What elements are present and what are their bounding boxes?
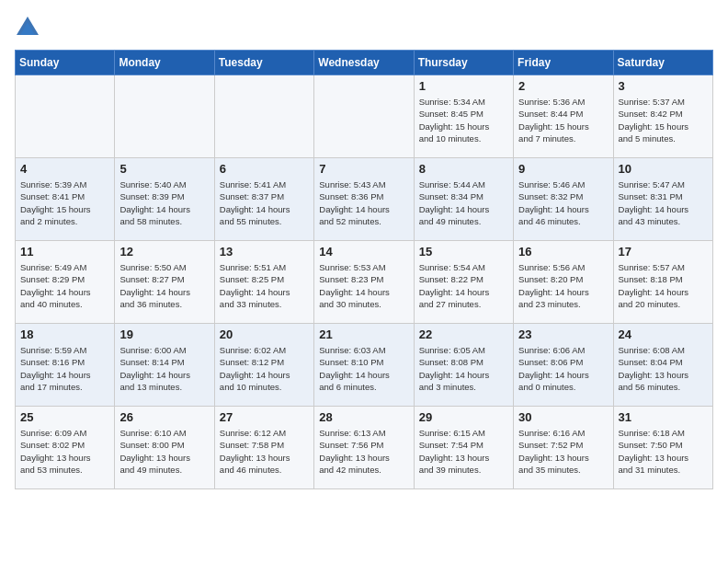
calendar-cell: 17Sunrise: 5:57 AM Sunset: 8:18 PM Dayli… <box>613 241 712 324</box>
day-number: 14 <box>319 245 408 259</box>
day-number: 24 <box>619 327 708 341</box>
calendar-cell: 15Sunrise: 5:54 AM Sunset: 8:22 PM Dayli… <box>414 241 513 324</box>
calendar-cell: 29Sunrise: 6:15 AM Sunset: 7:54 PM Dayli… <box>414 407 513 489</box>
day-info: Sunrise: 6:02 AM Sunset: 8:12 PM Dayligh… <box>220 344 309 393</box>
calendar-cell: 3Sunrise: 5:37 AM Sunset: 8:42 PM Daylig… <box>613 75 712 158</box>
day-info: Sunrise: 5:36 AM Sunset: 8:44 PM Dayligh… <box>518 96 608 144</box>
day-info: Sunrise: 6:05 AM Sunset: 8:08 PM Dayligh… <box>419 344 508 393</box>
day-info: Sunrise: 5:34 AM Sunset: 8:45 PM Dayligh… <box>419 96 508 144</box>
calendar-week-row: 18Sunrise: 5:59 AM Sunset: 8:16 PM Dayli… <box>16 324 713 407</box>
day-info: Sunrise: 6:03 AM Sunset: 8:10 PM Dayligh… <box>319 344 408 393</box>
day-info: Sunrise: 6:18 AM Sunset: 7:50 PM Dayligh… <box>619 427 708 476</box>
calendar-cell: 8Sunrise: 5:44 AM Sunset: 8:34 PM Daylig… <box>414 158 513 241</box>
day-number: 5 <box>119 162 209 176</box>
calendar-cell: 25Sunrise: 6:09 AM Sunset: 8:02 PM Dayli… <box>16 407 115 489</box>
day-of-week-header: Saturday <box>613 51 712 75</box>
calendar-cell: 1Sunrise: 5:34 AM Sunset: 8:45 PM Daylig… <box>414 75 513 158</box>
day-of-week-header: Monday <box>115 51 214 75</box>
calendar-cell: 23Sunrise: 6:06 AM Sunset: 8:06 PM Dayli… <box>514 324 613 407</box>
day-info: Sunrise: 5:37 AM Sunset: 8:42 PM Dayligh… <box>619 96 708 144</box>
day-number: 16 <box>518 245 608 259</box>
day-info: Sunrise: 5:39 AM Sunset: 8:41 PM Dayligh… <box>20 178 109 227</box>
day-of-week-header: Tuesday <box>214 51 313 75</box>
calendar-week-row: 25Sunrise: 6:09 AM Sunset: 8:02 PM Dayli… <box>16 407 713 489</box>
day-of-week-header: Thursday <box>414 51 513 75</box>
calendar-cell: 27Sunrise: 6:12 AM Sunset: 7:58 PM Dayli… <box>214 407 313 489</box>
calendar-cell: 19Sunrise: 6:00 AM Sunset: 8:14 PM Dayli… <box>115 324 214 407</box>
calendar-week-row: 11Sunrise: 5:49 AM Sunset: 8:29 PM Dayli… <box>16 241 713 324</box>
day-number: 22 <box>419 327 508 341</box>
day-info: Sunrise: 5:49 AM Sunset: 8:29 PM Dayligh… <box>20 261 109 310</box>
day-number: 2 <box>518 79 608 93</box>
calendar-cell: 7Sunrise: 5:43 AM Sunset: 8:36 PM Daylig… <box>314 158 414 241</box>
day-info: Sunrise: 5:40 AM Sunset: 8:39 PM Dayligh… <box>119 178 209 227</box>
day-number: 31 <box>619 410 708 424</box>
day-info: Sunrise: 6:16 AM Sunset: 7:52 PM Dayligh… <box>518 427 608 476</box>
day-info: Sunrise: 6:13 AM Sunset: 7:56 PM Dayligh… <box>319 427 408 476</box>
calendar-cell: 18Sunrise: 5:59 AM Sunset: 8:16 PM Dayli… <box>16 324 115 407</box>
day-of-week-header: Friday <box>514 51 613 75</box>
day-number: 29 <box>419 410 508 424</box>
calendar-cell: 28Sunrise: 6:13 AM Sunset: 7:56 PM Dayli… <box>314 407 414 489</box>
calendar-cell: 6Sunrise: 5:41 AM Sunset: 8:37 PM Daylig… <box>214 158 313 241</box>
calendar-week-row: 4Sunrise: 5:39 AM Sunset: 8:41 PM Daylig… <box>16 158 713 241</box>
day-number: 19 <box>119 327 209 341</box>
calendar-cell <box>314 75 414 158</box>
day-number: 25 <box>20 410 109 424</box>
calendar-header-row: SundayMondayTuesdayWednesdayThursdayFrid… <box>16 51 713 75</box>
day-number: 4 <box>20 162 109 176</box>
calendar-cell <box>214 75 313 158</box>
day-info: Sunrise: 6:06 AM Sunset: 8:06 PM Dayligh… <box>518 344 608 393</box>
calendar-cell <box>16 75 115 158</box>
calendar-cell: 24Sunrise: 6:08 AM Sunset: 8:04 PM Dayli… <box>613 324 712 407</box>
day-info: Sunrise: 6:09 AM Sunset: 8:02 PM Dayligh… <box>20 427 109 476</box>
logo <box>15 15 44 40</box>
calendar-cell: 12Sunrise: 5:50 AM Sunset: 8:27 PM Dayli… <box>115 241 214 324</box>
day-info: Sunrise: 6:10 AM Sunset: 8:00 PM Dayligh… <box>119 427 209 476</box>
calendar-cell: 11Sunrise: 5:49 AM Sunset: 8:29 PM Dayli… <box>16 241 115 324</box>
day-number: 20 <box>220 327 309 341</box>
day-number: 28 <box>319 410 408 424</box>
day-number: 17 <box>619 245 708 259</box>
day-of-week-header: Wednesday <box>314 51 414 75</box>
calendar-cell: 21Sunrise: 6:03 AM Sunset: 8:10 PM Dayli… <box>314 324 414 407</box>
day-number: 21 <box>319 327 408 341</box>
calendar-cell: 4Sunrise: 5:39 AM Sunset: 8:41 PM Daylig… <box>16 158 115 241</box>
day-info: Sunrise: 5:56 AM Sunset: 8:20 PM Dayligh… <box>518 261 608 310</box>
day-info: Sunrise: 5:59 AM Sunset: 8:16 PM Dayligh… <box>20 344 109 393</box>
day-info: Sunrise: 5:50 AM Sunset: 8:27 PM Dayligh… <box>119 261 209 310</box>
calendar-cell <box>115 75 214 158</box>
calendar-week-row: 1Sunrise: 5:34 AM Sunset: 8:45 PM Daylig… <box>16 75 713 158</box>
calendar-cell: 31Sunrise: 6:18 AM Sunset: 7:50 PM Dayli… <box>613 407 712 489</box>
day-info: Sunrise: 6:12 AM Sunset: 7:58 PM Dayligh… <box>220 427 309 476</box>
day-number: 30 <box>518 410 608 424</box>
day-info: Sunrise: 5:51 AM Sunset: 8:25 PM Dayligh… <box>220 261 309 310</box>
calendar-cell: 20Sunrise: 6:02 AM Sunset: 8:12 PM Dayli… <box>214 324 313 407</box>
calendar-cell: 10Sunrise: 5:47 AM Sunset: 8:31 PM Dayli… <box>613 158 712 241</box>
day-number: 9 <box>518 162 608 176</box>
day-info: Sunrise: 6:00 AM Sunset: 8:14 PM Dayligh… <box>119 344 209 393</box>
day-number: 12 <box>119 245 209 259</box>
calendar-cell: 16Sunrise: 5:56 AM Sunset: 8:20 PM Dayli… <box>514 241 613 324</box>
day-info: Sunrise: 5:57 AM Sunset: 8:18 PM Dayligh… <box>619 261 708 310</box>
day-info: Sunrise: 5:47 AM Sunset: 8:31 PM Dayligh… <box>619 178 708 227</box>
day-info: Sunrise: 5:44 AM Sunset: 8:34 PM Dayligh… <box>419 178 508 227</box>
calendar-cell: 30Sunrise: 6:16 AM Sunset: 7:52 PM Dayli… <box>514 407 613 489</box>
day-of-week-header: Sunday <box>16 51 115 75</box>
day-number: 13 <box>220 245 309 259</box>
calendar-cell: 5Sunrise: 5:40 AM Sunset: 8:39 PM Daylig… <box>115 158 214 241</box>
day-info: Sunrise: 5:41 AM Sunset: 8:37 PM Dayligh… <box>220 178 309 227</box>
day-info: Sunrise: 6:15 AM Sunset: 7:54 PM Dayligh… <box>419 427 508 476</box>
day-info: Sunrise: 5:46 AM Sunset: 8:32 PM Dayligh… <box>518 178 608 227</box>
day-info: Sunrise: 6:08 AM Sunset: 8:04 PM Dayligh… <box>619 344 708 393</box>
day-number: 7 <box>319 162 408 176</box>
calendar-cell: 14Sunrise: 5:53 AM Sunset: 8:23 PM Dayli… <box>314 241 414 324</box>
day-number: 27 <box>220 410 309 424</box>
day-info: Sunrise: 5:43 AM Sunset: 8:36 PM Dayligh… <box>319 178 408 227</box>
calendar-cell: 13Sunrise: 5:51 AM Sunset: 8:25 PM Dayli… <box>214 241 313 324</box>
calendar-cell: 22Sunrise: 6:05 AM Sunset: 8:08 PM Dayli… <box>414 324 513 407</box>
day-info: Sunrise: 5:53 AM Sunset: 8:23 PM Dayligh… <box>319 261 408 310</box>
day-number: 26 <box>119 410 209 424</box>
day-info: Sunrise: 5:54 AM Sunset: 8:22 PM Dayligh… <box>419 261 508 310</box>
logo-icon <box>15 15 40 40</box>
